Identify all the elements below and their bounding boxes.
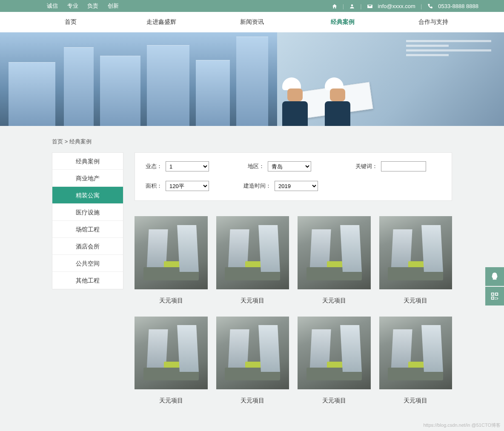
topbar-contact: | | info@xxxx.com | 0533-8888 8888 (332, 3, 478, 9)
project-title: 天元项目 (379, 389, 452, 407)
qq-icon (490, 272, 499, 281)
float-sidebar (485, 267, 504, 306)
topbar: 诚信 专业 负责 创新 | | info@xxxx.com | 0533-888… (0, 0, 504, 12)
qrcode-icon (490, 291, 499, 301)
project-card[interactable]: 天元项目 (298, 216, 371, 307)
project-title: 天元项目 (216, 289, 289, 307)
project-title: 天元项目 (216, 389, 289, 407)
float-qr-button[interactable] (485, 287, 504, 305)
project-image (379, 317, 452, 390)
project-title: 天元项目 (135, 289, 208, 307)
nav-cases[interactable]: 经典案例 (297, 18, 388, 26)
user-icon[interactable] (349, 3, 355, 9)
tag: 创新 (108, 3, 119, 9)
breadcrumb-sep: > (65, 138, 68, 145)
separator: | (360, 3, 361, 9)
project-card[interactable]: 天元项目 (135, 317, 208, 408)
project-card[interactable]: 天元项目 (379, 317, 452, 408)
sidebar-item-medical[interactable]: 医疗设施 (52, 204, 123, 221)
breadcrumb-home[interactable]: 首页 (52, 138, 63, 145)
select-time[interactable]: 2019 (275, 181, 318, 191)
separator: | (421, 3, 422, 9)
nav-about[interactable]: 走进鑫盛辉 (116, 18, 207, 26)
project-image (298, 317, 371, 390)
label-diqu: 地区： (243, 163, 264, 170)
project-title: 天元项目 (135, 389, 208, 407)
project-grid: 天元项目 天元项目 天元项目 天元项目 天元项目 天元项目 天元项目 天元项目 (135, 216, 452, 407)
topbar-tags: 诚信 专业 负责 创新 (47, 2, 126, 10)
project-card[interactable]: 天元项目 (379, 216, 452, 307)
select-yetai[interactable]: 1 (166, 161, 209, 171)
project-title: 天元项目 (379, 289, 452, 307)
phone-text: 0533-8888 8888 (438, 3, 478, 9)
sidebar: 经典案例 商业地产 精装公寓 医疗设施 场馆工程 酒店会所 公共空间 其他工程 (52, 152, 123, 289)
project-image (135, 216, 208, 289)
project-title: 天元项目 (298, 389, 371, 407)
sidebar-item-commercial[interactable]: 商业地产 (52, 170, 123, 187)
main-content: 业态： 1 地区： 青岛 关键词： 面积： 120平 (135, 152, 452, 407)
project-title: 天元项目 (298, 289, 371, 307)
navbar: 首页 走进鑫盛辉 新闻资讯 经典案例 合作与支持 (0, 12, 504, 32)
project-image (216, 317, 289, 390)
email-text[interactable]: info@xxxx.com (378, 3, 415, 9)
banner-hero (0, 32, 504, 126)
sidebar-item-cases[interactable]: 经典案例 (52, 153, 123, 170)
nav-news[interactable]: 新闻资讯 (207, 18, 298, 26)
nav-home[interactable]: 首页 (26, 18, 116, 26)
label-yetai: 业态： (141, 163, 162, 170)
project-card[interactable]: 天元项目 (298, 317, 371, 408)
select-diqu[interactable]: 青岛 (268, 161, 311, 171)
phone-icon (427, 3, 433, 9)
breadcrumb: 首页 > 经典案例 (52, 126, 452, 152)
label-time: 建造时间： (243, 182, 271, 190)
sidebar-item-venue[interactable]: 场馆工程 (52, 221, 123, 238)
tag: 专业 (67, 3, 78, 9)
tag: 诚信 (47, 3, 58, 9)
breadcrumb-current: 经典案例 (69, 138, 92, 145)
project-card[interactable]: 天元项目 (135, 216, 208, 307)
separator: | (343, 3, 344, 9)
project-card[interactable]: 天元项目 (216, 216, 289, 307)
label-keyword: 关键词： (354, 163, 378, 170)
project-card[interactable]: 天元项目 (216, 317, 289, 408)
tag: 负责 (87, 3, 98, 9)
mail-icon (367, 3, 373, 9)
filter-panel: 业态： 1 地区： 青岛 关键词： 面积： 120平 (135, 152, 452, 201)
float-qq-button[interactable] (485, 267, 504, 286)
project-image (298, 216, 371, 289)
nav-support[interactable]: 合作与支持 (388, 18, 478, 26)
project-image (216, 216, 289, 289)
sidebar-item-hotel[interactable]: 酒店会所 (52, 238, 123, 255)
sidebar-item-public[interactable]: 公共空间 (52, 255, 123, 272)
select-mianji[interactable]: 120平 (166, 181, 209, 191)
project-image (379, 216, 452, 289)
sidebar-item-apartment[interactable]: 精装公寓 (52, 187, 123, 204)
home-icon[interactable] (332, 3, 338, 9)
project-image (135, 317, 208, 390)
input-keyword[interactable] (381, 161, 426, 171)
sidebar-item-other[interactable]: 其他工程 (52, 272, 123, 289)
label-mianji: 面积： (141, 182, 162, 190)
